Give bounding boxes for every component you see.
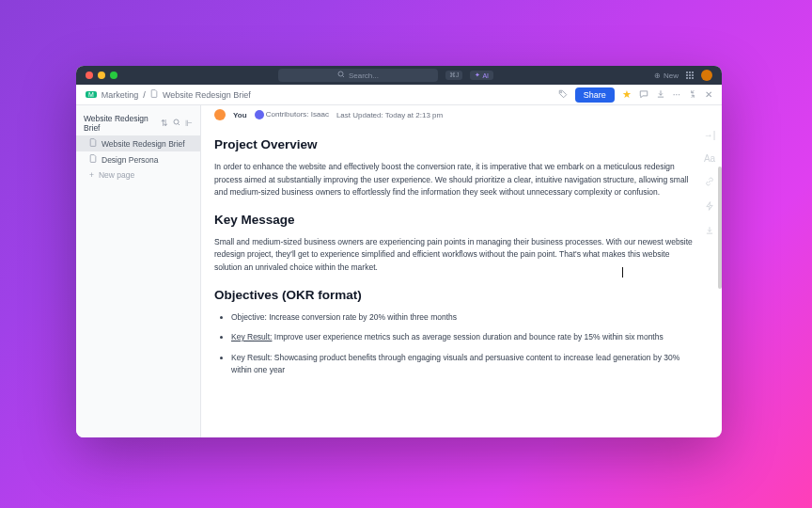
- window-titlebar: Search... ⌘J ✦ AI ⊕ New: [76, 66, 722, 85]
- author-avatar[interactable]: [214, 109, 226, 120]
- sidebar-item-label: Website Redesign Brief: [102, 139, 185, 149]
- sidebar-title: Website Redesign Brief: [84, 114, 161, 133]
- window-close-icon[interactable]: [86, 71, 93, 79]
- document-icon: [150, 89, 158, 100]
- sidebar-new-page[interactable]: + New page: [76, 167, 200, 183]
- sidebar-header: Website Redesign Brief ⇅ ⊩: [76, 111, 200, 135]
- right-rail: →| Aa: [701, 130, 718, 237]
- window-maximize-icon[interactable]: [110, 71, 117, 79]
- content-area: Website Redesign Brief ⇅ ⊩ Website Redes…: [76, 105, 722, 437]
- close-icon[interactable]: ✕: [705, 89, 712, 100]
- search-placeholder: Search...: [349, 71, 379, 80]
- titlebar-right: ⊕ New: [654, 70, 712, 81]
- heading-keymsg: Key Message: [214, 213, 694, 227]
- objectives-list: Objective: Increase conversion rate by 2…: [214, 311, 694, 377]
- titlebar-center: Search... ⌘J ✦ AI: [122, 69, 649, 82]
- heading-overview: Project Overview: [214, 137, 694, 151]
- key-result-label: Key Result:: [231, 332, 272, 341]
- sidebar-item-design-persona[interactable]: Design Persona: [76, 151, 200, 167]
- sidebar-sort-icon[interactable]: ⇅: [161, 119, 168, 128]
- author-label: You: [233, 111, 247, 119]
- text-cursor: [622, 267, 623, 278]
- download-icon[interactable]: [656, 89, 665, 101]
- sidebar-item-redesign-brief[interactable]: Website Redesign Brief: [76, 135, 200, 151]
- comment-icon[interactable]: [639, 89, 648, 101]
- export-icon[interactable]: [705, 226, 714, 237]
- svg-point-1: [560, 91, 561, 92]
- workspace-badge[interactable]: M: [86, 91, 97, 98]
- collapse-rail-icon[interactable]: →|: [704, 130, 716, 140]
- plus-icon: +: [89, 170, 94, 180]
- tag-icon[interactable]: [558, 89, 568, 101]
- breadcrumb: M Marketing / Website Redesign Brief: [86, 89, 251, 100]
- star-icon[interactable]: ★: [622, 88, 632, 101]
- ai-badge[interactable]: ✦ AI: [470, 71, 493, 80]
- new-page-label: New page: [99, 170, 134, 180]
- heading-objectives: Objectives (OKR format): [214, 288, 694, 302]
- sparkle-icon: ✦: [475, 71, 480, 79]
- user-avatar[interactable]: [701, 70, 712, 81]
- sidebar-item-label: Design Persona: [102, 155, 158, 165]
- plus-icon: ⊕: [654, 71, 661, 80]
- list-item: Objective: Increase conversion rate by 2…: [231, 311, 694, 325]
- key-result-text: Improve user experience metrics such as …: [272, 332, 663, 341]
- new-label: New: [664, 71, 679, 80]
- ai-label: AI: [482, 72, 489, 79]
- share-button[interactable]: Share: [575, 87, 615, 103]
- link-icon[interactable]: [705, 177, 714, 188]
- apps-grid-icon[interactable]: [686, 71, 694, 79]
- toolbar: M Marketing / Website Redesign Brief Sha…: [76, 85, 722, 105]
- lightning-icon[interactable]: [705, 201, 714, 213]
- scrollbar-thumb[interactable]: [718, 167, 722, 289]
- updated-label: Last Updated:: [336, 111, 383, 119]
- search-input[interactable]: Search...: [278, 69, 438, 82]
- breadcrumb-sep: /: [143, 90, 146, 100]
- document-icon: [89, 138, 97, 149]
- svg-point-0: [338, 71, 343, 76]
- window-minimize-icon[interactable]: [98, 71, 105, 79]
- updated-value: Today at 2:13 pm: [385, 111, 443, 119]
- contributor-avatar[interactable]: [255, 110, 264, 119]
- typography-icon[interactable]: Aa: [704, 153, 715, 164]
- more-icon[interactable]: ···: [673, 89, 680, 100]
- app-window: Search... ⌘J ✦ AI ⊕ New M Marketing /: [76, 66, 722, 437]
- sidebar-search-icon[interactable]: [173, 119, 180, 128]
- search-icon: [337, 71, 345, 80]
- list-item: Key Result: Showcasing product benefits …: [231, 352, 694, 377]
- document-icon: [89, 154, 97, 165]
- breadcrumb-page[interactable]: Website Redesign Brief: [163, 90, 251, 100]
- sidebar: Website Redesign Brief ⇅ ⊩ Website Redes…: [76, 105, 201, 437]
- search-shortcut-badge: ⌘J: [445, 71, 463, 80]
- contributors-label: Contributors:: [266, 110, 309, 119]
- breadcrumb-workspace[interactable]: Marketing: [102, 90, 139, 100]
- svg-point-2: [174, 119, 179, 124]
- toolbar-right: Share ★ ··· ✕: [558, 87, 712, 103]
- new-button[interactable]: ⊕ New: [654, 71, 679, 80]
- doc-meta: You Contributors: Isaac Last Updated: To…: [201, 105, 722, 124]
- sidebar-collapse-icon[interactable]: ⊩: [185, 119, 193, 128]
- collapse-icon[interactable]: [688, 89, 697, 101]
- main-document: You Contributors: Isaac Last Updated: To…: [201, 105, 722, 437]
- paragraph-overview: In order to enhance the website and effe…: [214, 161, 694, 199]
- contributors-value: Isaac: [311, 110, 329, 119]
- doc-body[interactable]: Project Overview In order to enhance the…: [201, 124, 722, 404]
- list-item: Key Result: Improve user experience metr…: [231, 331, 694, 344]
